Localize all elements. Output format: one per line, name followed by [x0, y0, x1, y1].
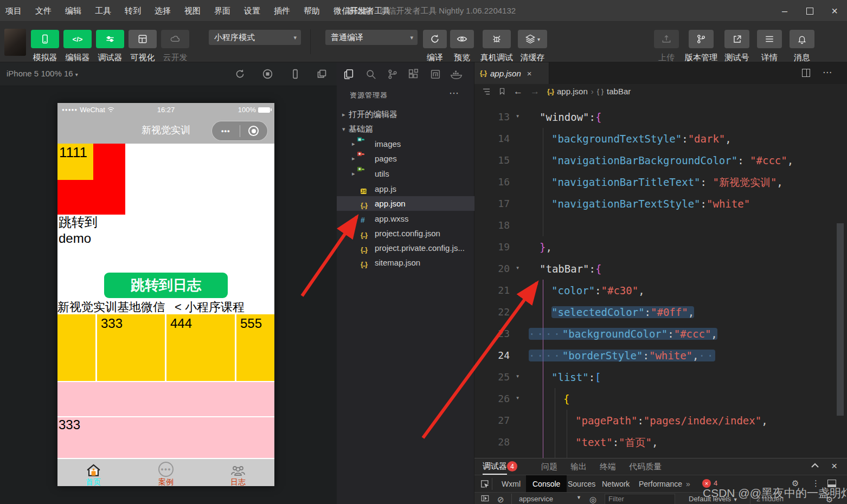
- tab-output[interactable]: 输出: [570, 458, 587, 475]
- more-actions-icon[interactable]: ⋯: [449, 87, 459, 99]
- menu-edit[interactable]: 编辑: [65, 6, 81, 16]
- close-tab-icon[interactable]: ×: [527, 69, 532, 78]
- tab-app-json[interactable]: {..} app.json ×: [474, 62, 549, 84]
- compile-mode-select[interactable]: 普通编译 ▾: [325, 30, 418, 45]
- file-row-app-wxss[interactable]: ▸ # app.wxss: [337, 211, 474, 226]
- menu-select[interactable]: 选择: [155, 6, 171, 16]
- simulator-toggle-button[interactable]: 模拟器: [31, 30, 59, 48]
- details-button[interactable]: [757, 30, 782, 48]
- compile-button[interactable]: [423, 30, 447, 48]
- fold-icon[interactable]: ▾: [516, 387, 519, 409]
- tab-sources[interactable]: Sources: [568, 475, 595, 492]
- file-row-sitemap[interactable]: ▸ {..} sitemap.json: [337, 255, 474, 270]
- tab-problems[interactable]: 问题: [541, 458, 557, 475]
- fold-icon[interactable]: ▾: [516, 365, 519, 387]
- more-tabs-icon[interactable]: »: [686, 475, 690, 492]
- collapse-panel-icon[interactable]: [811, 463, 819, 468]
- more-button[interactable]: •••: [212, 121, 240, 140]
- eye-target-icon[interactable]: ◎: [589, 495, 596, 504]
- maximize-button[interactable]: [797, 0, 822, 22]
- inspect-icon[interactable]: [480, 479, 489, 488]
- battery-percent: 100%: [238, 106, 256, 114]
- user-avatar[interactable]: [4, 29, 26, 56]
- preview-button[interactable]: [450, 30, 474, 48]
- multi-window-icon[interactable]: [316, 68, 328, 80]
- menu-goto[interactable]: 转到: [125, 6, 141, 16]
- sidebar-toggle-icon[interactable]: [481, 495, 489, 502]
- upload-button[interactable]: [654, 30, 679, 48]
- mode-select[interactable]: 小程序模式 ▾: [209, 30, 301, 45]
- file-row-utils[interactable]: ▸ ✚ utils: [337, 166, 474, 181]
- file-row-images[interactable]: ▸ ▦ images: [337, 137, 474, 151]
- npm-icon[interactable]: [429, 68, 441, 80]
- test-account-button[interactable]: [724, 30, 749, 48]
- fold-icon[interactable]: ▾: [516, 257, 519, 279]
- menu-interface[interactable]: 界面: [214, 6, 230, 16]
- menu-file[interactable]: 文件: [35, 6, 52, 16]
- tab-case[interactable]: ●●● 案例: [142, 461, 190, 487]
- version-control-button[interactable]: [689, 30, 714, 48]
- jump-text[interactable]: 跳转到 demo: [59, 214, 98, 247]
- window-controls: – ×: [772, 0, 847, 22]
- files-icon[interactable]: [343, 68, 355, 80]
- open-editors-section[interactable]: ▸ 打开的编辑器: [337, 107, 474, 122]
- forward-arrow-icon[interactable]: →: [530, 86, 540, 97]
- jump-to-log-button[interactable]: 跳转到日志: [104, 273, 228, 298]
- menu-project[interactable]: 项目: [5, 6, 22, 16]
- console-filter-input[interactable]: Filter: [605, 494, 675, 504]
- tab-debugger[interactable]: 调试器: [483, 458, 507, 475]
- js-file-icon: JS: [361, 185, 370, 193]
- device-frame-icon[interactable]: [290, 68, 301, 80]
- outline-icon[interactable]: [482, 88, 491, 95]
- file-row-app-js[interactable]: ▸ JS app.js: [337, 182, 474, 196]
- debugger-toggle-button[interactable]: 调试器: [96, 30, 124, 48]
- tab-console[interactable]: Console: [526, 475, 567, 492]
- menu-settings[interactable]: 设置: [244, 6, 260, 16]
- editor-toggle-button[interactable]: </> 编辑器: [63, 30, 92, 48]
- device-select[interactable]: iPhone 5 100% 16 ▾: [7, 69, 78, 78]
- tab-code-quality[interactable]: 代码质量: [629, 458, 662, 475]
- file-row-project-private-config[interactable]: ▸ {..} project.private.config.js...: [337, 241, 474, 255]
- menu-tools[interactable]: 工具: [95, 6, 111, 16]
- search-icon[interactable]: [365, 68, 377, 80]
- file-row-pages[interactable]: ▸ ✚ pages: [337, 151, 474, 166]
- fold-icon[interactable]: ▾: [516, 105, 519, 127]
- exit-button[interactable]: [240, 121, 268, 140]
- clear-console-icon[interactable]: ⊘: [497, 495, 504, 504]
- tab-terminal[interactable]: 终端: [600, 458, 616, 475]
- docker-icon[interactable]: [450, 68, 463, 80]
- code-editor[interactable]: ], 13▾ "window":{ 14 "backgroundTextStyl…: [474, 99, 847, 458]
- source-control-icon[interactable]: [387, 68, 399, 80]
- messages-button[interactable]: [790, 30, 814, 48]
- back-arrow-icon[interactable]: ←: [514, 86, 523, 97]
- visual-toggle-button[interactable]: 可视化: [129, 30, 157, 48]
- tab-network[interactable]: Network: [602, 475, 630, 492]
- clear-cache-button[interactable]: ▾: [518, 30, 547, 48]
- stop-icon[interactable]: [262, 68, 273, 80]
- tab-wxml[interactable]: Wxml: [502, 475, 521, 492]
- minimize-button[interactable]: –: [772, 0, 797, 22]
- real-device-debug-button[interactable]: [483, 30, 511, 48]
- breadcrumb-symbol[interactable]: tabBar: [607, 87, 631, 96]
- bookmark-icon[interactable]: [498, 87, 506, 95]
- tab-log[interactable]: 日志: [214, 461, 262, 487]
- menu-help[interactable]: 帮助: [304, 6, 320, 16]
- more-actions-icon[interactable]: ⋯: [823, 67, 832, 78]
- tab-performance[interactable]: Performance: [639, 475, 682, 492]
- cloud-dev-button[interactable]: 云开发: [161, 30, 189, 48]
- extensions-icon[interactable]: [407, 68, 419, 80]
- editor-scrollbar[interactable]: [837, 223, 844, 416]
- menu-plugins[interactable]: 插件: [274, 6, 290, 16]
- file-row-app-json[interactable]: ▸ {..} app.json: [337, 196, 474, 211]
- close-panel-icon[interactable]: ×: [831, 460, 837, 472]
- project-root-section[interactable]: ▾ 基础篇: [337, 122, 474, 137]
- breadcrumb-file[interactable]: app.json: [557, 87, 588, 96]
- sliders-icon: [105, 34, 116, 44]
- restart-icon[interactable]: [234, 68, 246, 80]
- context-select[interactable]: appservice: [519, 495, 553, 503]
- close-button[interactable]: ×: [822, 0, 847, 22]
- split-editor-icon[interactable]: [802, 69, 810, 77]
- file-row-project-config[interactable]: ▸ {..} project.config.json: [337, 226, 474, 241]
- tab-home[interactable]: 首页: [69, 461, 118, 487]
- menu-view[interactable]: 视图: [184, 6, 201, 16]
